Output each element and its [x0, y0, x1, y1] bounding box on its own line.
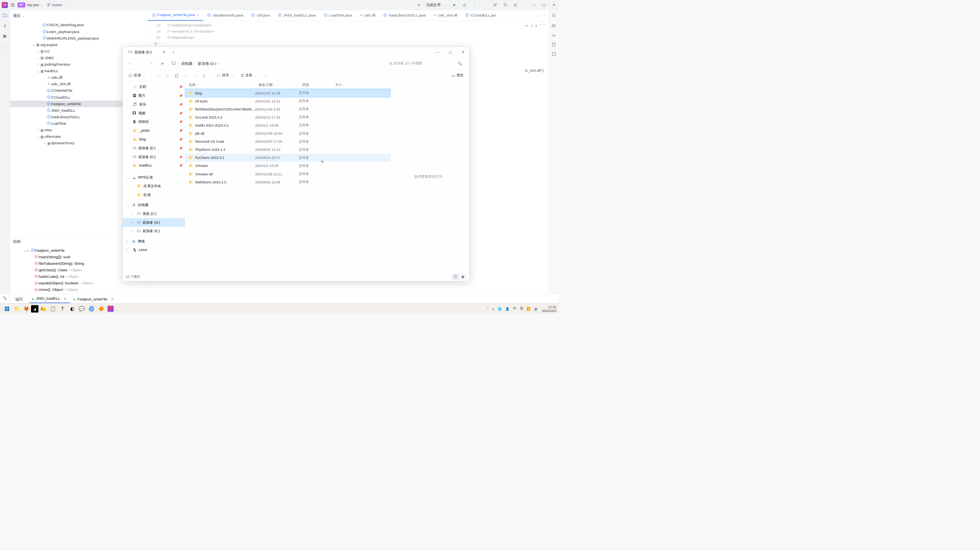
start-button[interactable]	[2, 304, 12, 313]
search-everywhere-button[interactable]	[502, 2, 508, 8]
nav-item[interactable]: 🗑 回收站📌	[123, 117, 185, 126]
nav-item[interactable]: › 新加卷 (E:)	[123, 227, 185, 236]
nav-item[interactable]: › 新加卷 (D:)	[123, 218, 185, 227]
file-list[interactable]: 名称 ˄ 修改日期 类型 大小 📁blog2024/12/2 11:35文件夹📁…	[185, 81, 391, 272]
copy-button[interactable]: ⧉	[164, 72, 171, 79]
close-tab-button[interactable]: ✕	[163, 50, 165, 54]
vcs-branch-button[interactable]: master ⌄	[45, 2, 69, 8]
nav-item[interactable]: 📁 blog📌	[123, 135, 185, 144]
close-icon[interactable]: ✕	[111, 297, 114, 301]
file-row[interactable]: 📁Vmware2024/1/1 15:26文件夹	[185, 162, 391, 170]
file-row[interactable]: 📁WebStorm 2024.1.52024/6/25 12:05文件夹	[185, 178, 391, 186]
project-badge[interactable]: MY	[18, 2, 25, 7]
nav-section[interactable]: ›🐧 Linux	[123, 246, 185, 254]
file-row[interactable]: 📁PyCharm 2023.3.22024/6/24 22:07文件夹	[185, 154, 391, 162]
file-row[interactable]: 📁f60956ed30a1be07c551449476b55c...2024/1…	[185, 105, 391, 113]
nav-item[interactable]: 📁 loadDLL📌	[123, 161, 185, 170]
tray-expand-icon[interactable]: ˄	[487, 307, 489, 310]
structure-item[interactable]: ⓜ clone(): Object →Object	[10, 287, 148, 293]
nav-item[interactable]: 新加卷 (E:)📌	[123, 144, 185, 152]
app-taskbar[interactable]: 🌀	[87, 304, 96, 313]
close-window-button[interactable]: ✕	[551, 2, 557, 8]
app-taskbar[interactable]: 🔶	[96, 304, 106, 313]
file-row[interactable]: 📁IntelliJ IDEA 2023.3.22024/1/1 15:06文件夹	[185, 121, 391, 129]
nav-item[interactable]: 📄 文档📌	[123, 82, 185, 91]
run-config-selector[interactable]: 当前文件	[426, 2, 441, 7]
editor-inspections[interactable]: ✔ ⚠ 1 ˄ ˅	[525, 23, 545, 29]
volume-icon[interactable]: 🔊	[534, 307, 538, 310]
tray-icon[interactable]: 👤	[505, 307, 510, 310]
run-gutter-icon[interactable]: ▸	[27, 248, 29, 253]
run-tab[interactable]: ▸ Fastjson_writeFile ✕	[71, 295, 117, 303]
address-bar[interactable]: › 此电脑 › 新加卷 (D:) ›	[169, 59, 383, 68]
project-tool-button[interactable]	[2, 12, 8, 18]
nav-item[interactable]: 📁 _posts📌	[123, 126, 185, 135]
chevron-up-icon[interactable]: ˄	[539, 23, 541, 29]
notifications-button[interactable]	[552, 13, 556, 18]
tree-item[interactable]: ⒸCISCN_deserbug.java	[10, 22, 148, 28]
tabs-more[interactable]: ⋮	[543, 13, 546, 18]
structure-tool-button[interactable]	[2, 33, 8, 40]
main-menu-button[interactable]	[10, 2, 16, 8]
chevron-down-icon[interactable]: ˅	[543, 23, 545, 29]
rename-button[interactable]: ✎	[182, 72, 189, 79]
close-button[interactable]: ✕	[457, 46, 469, 58]
intellij-taskbar[interactable]	[106, 304, 115, 313]
tray-icon[interactable]: 🌐	[498, 307, 502, 310]
address-segment[interactable]: 新加卷 (D:)	[198, 61, 216, 66]
file-row[interactable]: 📁Microsoft VS Code2024/10/27 17:05文件夹	[185, 138, 391, 146]
code-with-me-icon[interactable]	[492, 2, 498, 8]
explorer-tab[interactable]: 新加卷 (D:) ✕	[125, 48, 169, 56]
close-icon[interactable]: ✕	[64, 297, 67, 301]
nav-item[interactable]: 📁 应用	[123, 190, 185, 199]
nav-item[interactable]: 🎞 视频📌	[123, 109, 185, 117]
commit-tool-button[interactable]	[2, 23, 8, 29]
tree-item[interactable]: ⒸWeb846URLDNS_payload.java	[10, 35, 148, 41]
nav-item[interactable]: 🖼 图片📌	[123, 91, 185, 100]
address-segment[interactable]: 此电脑	[181, 61, 192, 66]
database-tool-button[interactable]	[552, 43, 556, 48]
ime-indicator[interactable]: 中	[513, 307, 516, 311]
maven-tool-button[interactable]	[551, 33, 556, 38]
preview-toggle[interactable]: ▭ 预览	[449, 72, 466, 79]
nav-section[interactable]: ⌄☁ WPS云盘	[123, 173, 185, 182]
ime-indicator[interactable]: 英	[520, 307, 523, 311]
file-row[interactable]: 📁Vmware-all2024/11/25 21:11文件夹	[185, 170, 391, 178]
tabs-dropdown[interactable]: ⌄	[537, 13, 539, 18]
editor-tab[interactable]: ≡calc_x64.dll	[430, 10, 462, 21]
tray-icon[interactable]: ●	[492, 307, 494, 311]
maximize-window-button[interactable]: ▢	[541, 2, 547, 8]
firefox-taskbar[interactable]: 🦊	[21, 304, 31, 313]
explorer-titlebar[interactable]: 新加卷 (D:) ✕ ＋ — ▢ ✕	[123, 46, 469, 58]
gradle-tool-button[interactable]	[552, 52, 556, 57]
nav-item[interactable]: 📁 共享文件夹	[123, 182, 185, 191]
obs-taskbar[interactable]: 📋	[48, 304, 58, 313]
file-explorer-taskbar[interactable]: 📁	[12, 304, 21, 313]
nav-item[interactable]: 新加卷 (D:)📌	[123, 152, 185, 161]
nav-item[interactable]: › 系统 (C:)	[123, 209, 185, 218]
view-button[interactable]: ☰ 查看 ⌄	[238, 72, 260, 79]
refresh-button[interactable]: ⟳	[158, 59, 166, 68]
minimize-window-button[interactable]: —	[531, 2, 537, 8]
app-taskbar[interactable]: ◢	[31, 305, 38, 312]
taskbar-clock[interactable]: 11:01 2024/12/4	[542, 305, 556, 312]
editor-tab[interactable]: ≡calc.dll	[356, 10, 380, 21]
nav-section[interactable]: ⌄🖥 此电脑	[123, 201, 185, 210]
explorer-search-input[interactable]: 在 新加卷 (D:) 中搜索 🔍	[386, 60, 465, 67]
close-tab-icon[interactable]: ✕	[197, 13, 199, 17]
editor-tabs[interactable]: ⒸFastjson_writeFile.java ✕ⒸJavaBeanInfo.…	[148, 10, 548, 21]
ai-assistant-button[interactable]: m	[552, 23, 556, 28]
file-row[interactable]: 📁blog2024/12/2 11:35文件夹	[185, 89, 391, 97]
structure-root[interactable]: Fastjson_writeFile	[35, 248, 65, 252]
file-row[interactable]: 📁ctf-tools2024/12/1 11:51文件夹	[185, 97, 391, 105]
delete-button[interactable]: 🗑	[201, 72, 208, 79]
new-tab-button[interactable]: ＋	[169, 50, 178, 54]
typora-taskbar[interactable]: T	[58, 304, 67, 313]
editor-tab[interactable]: ⒸUtil.java	[247, 10, 274, 21]
maximize-button[interactable]: ▢	[444, 46, 457, 58]
run-button[interactable]	[452, 2, 458, 8]
file-row[interactable]: 📁jdk-all2024/11/29 16:32文件夹	[185, 129, 391, 137]
file-row[interactable]: 📁PhpStorm 2024.1.42024/6/25 12:10文件夹	[185, 146, 391, 154]
search-icon[interactable]: 🔍	[3, 296, 7, 300]
settings-button[interactable]	[512, 2, 518, 8]
